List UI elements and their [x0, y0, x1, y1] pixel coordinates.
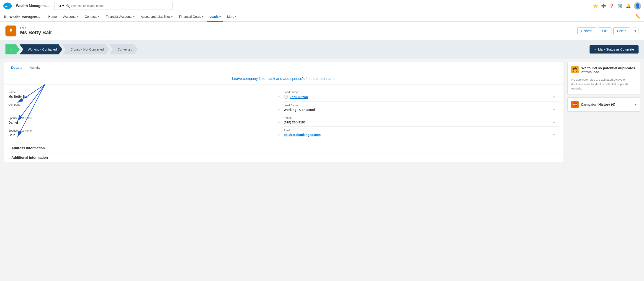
- duplicates-card: 🧑 We found no potential duplicates of th…: [568, 62, 640, 95]
- field-spouse-first: Spouse First Name Daniel ✏: [8, 114, 284, 127]
- convert-button[interactable]: Convert: [577, 27, 596, 34]
- field-lead-owner-label: Lead Owner: [284, 91, 555, 94]
- nav-home-label: Home: [48, 15, 57, 18]
- campaign-icon: 🎯: [571, 101, 578, 108]
- path-step-closed[interactable]: Closed - Not Converted: [62, 44, 109, 54]
- fields-section: Name Ms Betty Bair ✏ Company ✏: [4, 85, 564, 143]
- search-icon: 🔍: [66, 4, 70, 8]
- notifications-icon[interactable]: 🔔: [626, 3, 631, 8]
- tab-details[interactable]: Details: [8, 62, 26, 73]
- duplicates-body: No duplicate rules are activated. Activa…: [571, 77, 636, 91]
- path-step-working[interactable]: Working - Contacted: [20, 44, 62, 54]
- field-lead-status-label: Lead Status: [284, 104, 555, 107]
- additional-section-label: Additional Information: [12, 156, 48, 159]
- campaign-card: 🎯 Campaign History (0) ▾: [568, 97, 640, 112]
- nav-leads[interactable]: Leads ▾: [207, 12, 223, 22]
- help-icon[interactable]: ❓: [609, 3, 614, 8]
- app-label: Wealth Managem...: [9, 15, 40, 19]
- field-phone-value: (610) 265-9100: [284, 120, 306, 124]
- chevron-right-icon: ›: [8, 156, 10, 159]
- edit-nav-icon[interactable]: ✏️: [635, 14, 640, 19]
- tab-activity[interactable]: Activity: [26, 62, 44, 73]
- field-name-edit-icon[interactable]: ✏: [278, 95, 280, 98]
- campaign-header[interactable]: 🎯 Campaign History (0) ▾: [568, 98, 640, 111]
- main-content: Details Activity Leave company field bla…: [0, 58, 644, 166]
- add-icon[interactable]: ➕: [601, 3, 606, 8]
- field-email-edit-icon[interactable]: ✏: [553, 133, 555, 136]
- nav-contacts-label: Contacts: [85, 15, 97, 18]
- field-spouse-first-value: Daniel: [8, 121, 18, 124]
- field-lead-owner: Lead Owner 🕐 Zorik Nitzan ✏: [284, 88, 559, 102]
- record-header: Lead Ms Betty Bair Convert Edit Delete ▾: [0, 22, 644, 40]
- app-launcher-icon[interactable]: ⠿: [4, 14, 6, 19]
- duplicates-card-header: 🧑 We found no potential duplicates of th…: [571, 66, 636, 76]
- favorites-icon[interactable]: ⭐: [593, 3, 598, 8]
- settings-icon[interactable]: ⚙️: [618, 3, 622, 8]
- field-email-value[interactable]: bblair@abankingco.com: [284, 133, 321, 137]
- field-spouse-last-value: Bair: [8, 133, 14, 137]
- additional-section-header[interactable]: › Additional Information: [4, 153, 564, 162]
- top-nav-icons: ⭐ ➕ ❓ ⚙️ 🔔 👤: [593, 2, 641, 9]
- right-panel: 🧑 We found no potential duplicates of th…: [568, 62, 640, 162]
- nav-financial-accounts[interactable]: Financial Accounts ▾: [103, 12, 137, 22]
- path-step-closed-label: Closed - Not Converted: [70, 48, 104, 51]
- chevron-down-icon: ▾: [133, 15, 134, 18]
- checkmark-icon: ✓: [10, 48, 13, 51]
- field-lead-status: Lead Status Working - Contacted ✏: [284, 102, 559, 114]
- path-step-converted[interactable]: Converted: [110, 44, 138, 54]
- address-section-label: Address Information: [12, 146, 45, 150]
- field-spouse-last-edit-icon[interactable]: ✏: [278, 133, 280, 137]
- field-lead-status-edit-icon[interactable]: ✏: [553, 108, 555, 111]
- nav-more[interactable]: More ▾: [224, 12, 239, 22]
- path-step-1[interactable]: ✓: [6, 44, 20, 54]
- annotation-content: Leave company field blank and add spouse…: [232, 77, 336, 81]
- nav-accounts[interactable]: Accounts ▾: [60, 12, 81, 22]
- status-path: ✓ Working - Contacted Closed - Not Conve…: [0, 40, 644, 58]
- field-email-label: Email: [284, 129, 555, 132]
- duplicates-title: We found no potential duplicates of this…: [581, 66, 636, 74]
- fields-grid: Name Ms Betty Bair ✏ Company ✏: [8, 88, 559, 139]
- lead-owner-link[interactable]: Zorik Nitzan: [290, 95, 308, 99]
- top-navigation: ☁ Wealth Managem... All 🔍 ⭐ ➕ ❓ ⚙️ 🔔 👤: [0, 0, 644, 12]
- record-actions: Convert Edit Delete ▾: [577, 27, 638, 34]
- nav-home[interactable]: Home: [46, 12, 60, 22]
- record-name: Ms Betty Bair: [20, 30, 52, 35]
- nav-more-label: More: [227, 15, 234, 18]
- actions-dropdown-button[interactable]: ▾: [632, 27, 638, 34]
- path-step-converted-label: Converted: [118, 48, 132, 51]
- field-phone-edit-icon[interactable]: ✏: [553, 121, 555, 124]
- field-phone: Phone (610) 265-9100 ✏: [284, 114, 559, 127]
- owner-avatar-icon: 🕐: [284, 95, 288, 99]
- chevron-right-icon: ›: [8, 146, 10, 150]
- search-input[interactable]: [71, 4, 170, 7]
- nav-financial-goals[interactable]: Financial Goals ▾: [176, 12, 206, 22]
- chevron-down-icon: ▾: [235, 15, 236, 18]
- address-section-header[interactable]: › Address Information: [4, 143, 564, 153]
- field-phone-label: Phone: [284, 116, 555, 120]
- mark-complete-label: Mark Status as Complete: [598, 48, 634, 51]
- chevron-down-icon: ▾: [77, 15, 78, 18]
- nav-contacts[interactable]: Contacts ▾: [82, 12, 102, 22]
- field-company-edit-icon[interactable]: ✏: [278, 108, 280, 111]
- field-lead-owner-value: 🕐 Zorik Nitzan: [284, 95, 308, 99]
- path-steps: ✓ Working - Contacted Closed - Not Conve…: [6, 44, 586, 54]
- mark-complete-button[interactable]: ✓ Mark Status as Complete: [590, 45, 638, 53]
- avatar[interactable]: 👤: [634, 2, 641, 9]
- field-spouse-first-edit-icon[interactable]: ✏: [278, 121, 280, 124]
- nav-financial-accounts-label: Financial Accounts: [106, 15, 132, 18]
- field-name-label: Name: [8, 91, 280, 94]
- annotation-text: Leave company field blank and add spouse…: [4, 73, 564, 85]
- field-lead-owner-edit-icon[interactable]: ✏: [553, 95, 555, 99]
- chevron-down-icon: ▾: [98, 15, 99, 18]
- delete-button[interactable]: Delete: [613, 27, 630, 34]
- search-bar[interactable]: All 🔍: [54, 2, 173, 10]
- path-step-working-label: Working - Contacted: [28, 48, 57, 51]
- search-scope-select[interactable]: All: [57, 4, 65, 8]
- nav-financial-goals-label: Financial Goals: [179, 15, 201, 18]
- nav-assets-liabilities[interactable]: Assets and Liabilities ▾: [138, 12, 176, 22]
- chevron-down-icon: ▾: [220, 15, 220, 18]
- nav-accounts-label: Accounts: [63, 15, 76, 18]
- checkmark-icon: ✓: [594, 48, 597, 51]
- edit-button[interactable]: Edit: [598, 27, 611, 34]
- chevron-down-icon: ▾: [202, 15, 203, 18]
